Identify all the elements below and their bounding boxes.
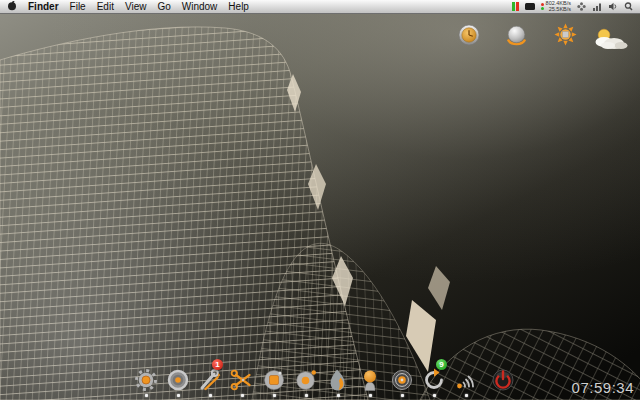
menu-item-window[interactable]: Window xyxy=(182,0,218,14)
menu-item-go[interactable]: Go xyxy=(157,0,170,14)
disc-icon xyxy=(165,367,191,393)
menu-item-finder[interactable]: Finder xyxy=(28,0,59,14)
desktop[interactable]: 19°C 1 xyxy=(0,14,640,400)
dock-item-disc[interactable] xyxy=(165,367,191,397)
dock-item-sync[interactable]: 9 xyxy=(421,367,447,397)
dock-item-flame[interactable] xyxy=(325,367,351,397)
dock-item-camera[interactable] xyxy=(261,367,287,397)
volume-icon[interactable] xyxy=(608,2,618,11)
sun-widget[interactable] xyxy=(553,22,578,51)
dock-item-chat[interactable] xyxy=(293,367,319,397)
desktop-clock: 07:59:34 xyxy=(572,379,634,396)
network-monitor[interactable]: 802.4KB/s 25.5KB/s xyxy=(541,1,571,12)
power-icon xyxy=(490,367,516,393)
apple-menu[interactable] xyxy=(7,0,17,13)
menu-item-view[interactable]: View xyxy=(125,0,147,14)
running-indicator xyxy=(145,394,148,397)
running-indicator xyxy=(433,394,436,397)
menu-bar-left: Finder File Edit View Go Window Help xyxy=(7,0,249,13)
gauge-widget[interactable] xyxy=(458,24,480,50)
flame-icon xyxy=(325,367,351,393)
running-indicator xyxy=(305,394,308,397)
dock-item-vinyl[interactable] xyxy=(389,367,415,397)
dock-item-tools[interactable]: 1 xyxy=(197,367,223,397)
dock-item-gear[interactable] xyxy=(133,367,159,397)
gear-icon xyxy=(133,367,159,393)
dock: 1 xyxy=(133,367,516,397)
apple-icon xyxy=(7,0,17,11)
net-activity-dots xyxy=(541,3,544,10)
notification-badge: 9 xyxy=(436,359,447,370)
tools-icon xyxy=(197,367,223,393)
fan-icon[interactable] xyxy=(577,2,586,11)
notification-badge: 1 xyxy=(212,359,223,370)
menu-item-help[interactable]: Help xyxy=(228,0,249,14)
running-indicator xyxy=(369,394,372,397)
sound-waves-icon xyxy=(453,367,479,393)
orb-widget[interactable] xyxy=(504,23,529,52)
running-indicator xyxy=(273,394,276,397)
wallpaper-wireframe-building xyxy=(0,14,640,400)
running-indicator xyxy=(241,394,244,397)
cpu-meter-icon[interactable] xyxy=(512,2,519,11)
running-indicator xyxy=(465,394,468,397)
lamp-icon xyxy=(357,367,383,393)
running-indicator xyxy=(209,394,212,397)
menu-item-edit[interactable]: Edit xyxy=(97,0,114,14)
running-indicator xyxy=(401,394,404,397)
signal-bars-icon[interactable] xyxy=(592,2,602,11)
display-icon[interactable] xyxy=(525,3,535,10)
dock-item-power[interactable] xyxy=(490,367,516,397)
dock-item-sound[interactable] xyxy=(453,367,479,397)
weather-widget[interactable]: 19°C xyxy=(592,26,630,57)
menu-bar: Finder File Edit View Go Window Help 802… xyxy=(0,0,640,14)
running-indicator xyxy=(177,394,180,397)
running-indicator xyxy=(337,394,340,397)
dock-item-scissors[interactable] xyxy=(229,367,255,397)
dock-item-lamp[interactable] xyxy=(357,367,383,397)
spotlight-icon[interactable] xyxy=(624,2,633,11)
sync-icon xyxy=(421,367,447,393)
camera-icon xyxy=(261,367,287,393)
vinyl-icon xyxy=(389,367,415,393)
menu-item-file[interactable]: File xyxy=(70,0,86,14)
menu-bar-status: 802.4KB/s 25.5KB/s xyxy=(512,0,633,13)
chat-icon xyxy=(293,367,319,393)
net-speeds: 802.4KB/s 25.5KB/s xyxy=(546,1,571,12)
scissors-icon xyxy=(229,367,255,393)
net-down-speed: 25.5KB/s xyxy=(549,7,571,13)
